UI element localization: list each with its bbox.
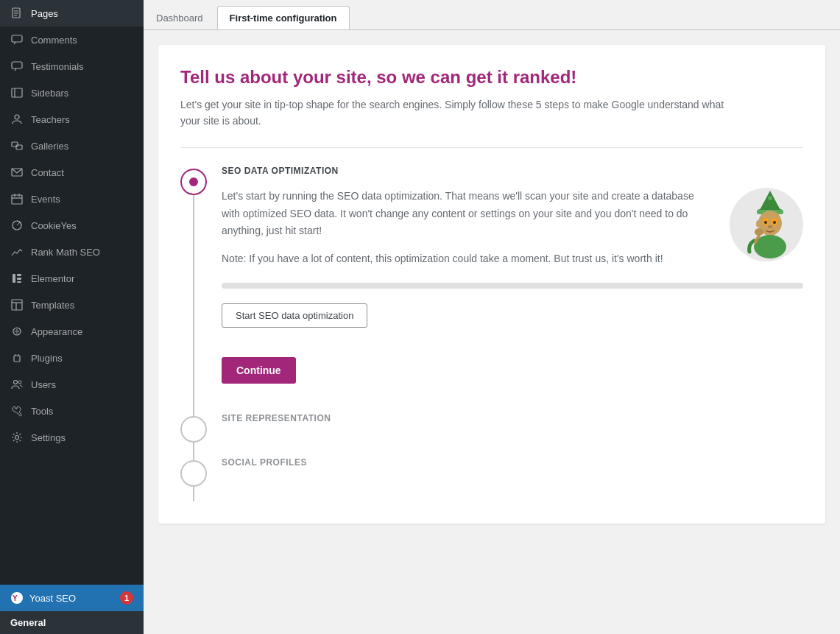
elementor-icon xyxy=(10,272,24,285)
svg-rect-4 xyxy=(12,35,22,42)
cookieyes-icon xyxy=(10,219,24,232)
templates-icon xyxy=(10,298,24,311)
yoast-label: Yoast SEO xyxy=(29,593,114,604)
sidebar-item-cookieyes-label: CookieYes xyxy=(31,220,77,231)
card-subtitle: Let's get your site in tip-top shape for… xyxy=(180,96,733,130)
sidebar-item-contact-label: Contact xyxy=(31,167,64,178)
svg-text:Y: Y xyxy=(13,594,18,602)
sidebars-icon xyxy=(10,86,24,99)
testimonials-icon xyxy=(10,60,24,73)
step-title-site-rep: SITE REPRESENTATION xyxy=(222,413,803,423)
sidebar-item-cookieyes[interactable]: CookieYes xyxy=(0,212,144,239)
sidebar-item-sidebars[interactable]: Sidebars xyxy=(0,80,144,106)
step-circle-seo xyxy=(180,169,207,195)
sidebar-item-rankmath-label: Rank Math SEO xyxy=(31,247,100,258)
start-seo-button[interactable]: Start SEO data optimization xyxy=(222,303,367,328)
configuration-card: Tell us about your site, so we can get i… xyxy=(158,45,825,524)
sidebar-item-settings[interactable]: Settings xyxy=(0,424,144,451)
sidebar-item-events[interactable]: Events xyxy=(0,186,144,212)
sidebar-item-rankmath[interactable]: Rank Math SEO xyxy=(0,239,144,265)
sidebar-item-elementor[interactable]: Elementor xyxy=(0,265,144,292)
continue-button[interactable]: Continue xyxy=(222,357,296,384)
seo-progress-bar xyxy=(222,283,803,289)
sidebar-item-pages[interactable]: Pages xyxy=(0,0,144,27)
step-content-site-rep: SITE REPRESENTATION xyxy=(222,413,803,450)
sidebar: Pages Comments Testimonials Sidebars Tea… xyxy=(0,0,144,634)
step-row-social: SOCIAL PROFILES xyxy=(180,457,803,501)
sidebar-item-galleries[interactable]: Galleries xyxy=(0,133,144,159)
step-content-seo: SEO DATA OPTIMIZATION Let's start by run… xyxy=(222,166,803,406)
step-circle-site-rep xyxy=(180,416,207,443)
sidebar-item-comments-label: Comments xyxy=(31,35,77,46)
general-section-label: General xyxy=(0,611,144,634)
card-title: Tell us about your site, so we can get i… xyxy=(180,67,803,88)
svg-rect-26 xyxy=(14,356,20,362)
svg-point-40 xyxy=(764,221,767,224)
sidebar-item-tools-label: Tools xyxy=(31,406,53,417)
galleries-icon xyxy=(10,139,24,152)
tabs-bar: Dashboard First-time configuration xyxy=(144,0,840,30)
tab-first-time[interactable]: First-time configuration xyxy=(217,6,350,29)
sidebar-item-testimonials-label: Testimonials xyxy=(31,61,84,72)
main-content: Dashboard First-time configuration Tell … xyxy=(144,0,840,634)
contact-icon xyxy=(10,166,24,179)
svg-rect-9 xyxy=(12,142,18,147)
svg-line-17 xyxy=(17,222,20,225)
tools-icon xyxy=(10,404,24,418)
svg-point-31 xyxy=(15,436,19,440)
svg-point-43 xyxy=(756,220,760,228)
sidebar-item-yoast[interactable]: Y Yoast SEO 1 xyxy=(0,585,144,611)
step-circle-social xyxy=(180,460,207,487)
svg-rect-19 xyxy=(17,274,21,276)
sidebar-item-galleries-label: Galleries xyxy=(31,141,68,152)
sidebar-item-contact[interactable]: Contact xyxy=(0,159,144,186)
sidebar-item-plugins[interactable]: Plugins xyxy=(0,345,144,371)
settings-icon xyxy=(10,431,24,444)
svg-rect-10 xyxy=(16,145,22,149)
step-row-site-rep: SITE REPRESENTATION xyxy=(180,413,803,450)
sidebar-item-events-label: Events xyxy=(31,194,60,205)
step-title-social: SOCIAL PROFILES xyxy=(222,457,803,468)
sidebar-item-comments[interactable]: Comments xyxy=(0,27,144,53)
pages-icon xyxy=(10,7,24,20)
sidebar-item-teachers[interactable]: Teachers xyxy=(0,106,144,133)
sidebar-item-templates[interactable]: Templates xyxy=(0,292,144,318)
svg-point-29 xyxy=(14,381,18,384)
sidebar-item-pages-label: Pages xyxy=(31,8,58,19)
step-content-social: SOCIAL PROFILES xyxy=(222,457,803,501)
sidebar-item-appearance-label: Appearance xyxy=(31,326,82,337)
svg-rect-12 xyxy=(12,195,22,204)
steps-container: SEO DATA OPTIMIZATION Let's start by run… xyxy=(180,166,803,501)
sidebar-item-users[interactable]: Users xyxy=(0,371,144,398)
svg-rect-18 xyxy=(13,274,15,283)
svg-point-41 xyxy=(773,221,776,224)
users-icon xyxy=(10,378,24,391)
sidebar-item-tools[interactable]: Tools xyxy=(0,398,144,424)
sidebar-item-appearance[interactable]: Appearance xyxy=(0,318,144,345)
comments-icon xyxy=(10,33,24,46)
sidebar-item-testimonials[interactable]: Testimonials xyxy=(0,53,144,80)
svg-rect-21 xyxy=(17,281,21,283)
svg-point-46 xyxy=(768,196,772,200)
rankmath-icon xyxy=(10,245,24,258)
plugins-icon xyxy=(10,351,24,364)
svg-rect-22 xyxy=(12,300,22,310)
svg-rect-20 xyxy=(17,278,21,280)
sidebar-item-plugins-label: Plugins xyxy=(31,353,63,364)
tab-dashboard[interactable]: Dashboard xyxy=(144,6,216,29)
step-body-seo: Let's start by running the SEO data opti… xyxy=(222,188,803,268)
sidebar-item-elementor-label: Elementor xyxy=(31,273,74,284)
svg-rect-6 xyxy=(12,88,22,97)
sidebar-item-settings-label: Settings xyxy=(31,432,66,443)
yoast-badge: 1 xyxy=(120,591,133,605)
sidebar-item-sidebars-label: Sidebars xyxy=(31,88,68,99)
svg-rect-5 xyxy=(12,62,22,68)
step-active-dot xyxy=(189,177,198,186)
svg-point-30 xyxy=(18,381,21,384)
appearance-icon xyxy=(10,325,24,338)
events-icon xyxy=(10,192,24,205)
step-title-seo: SEO DATA OPTIMIZATION xyxy=(222,166,803,176)
svg-point-8 xyxy=(15,115,19,119)
svg-marker-35 xyxy=(759,191,781,211)
sidebar-item-teachers-label: Teachers xyxy=(31,114,70,125)
